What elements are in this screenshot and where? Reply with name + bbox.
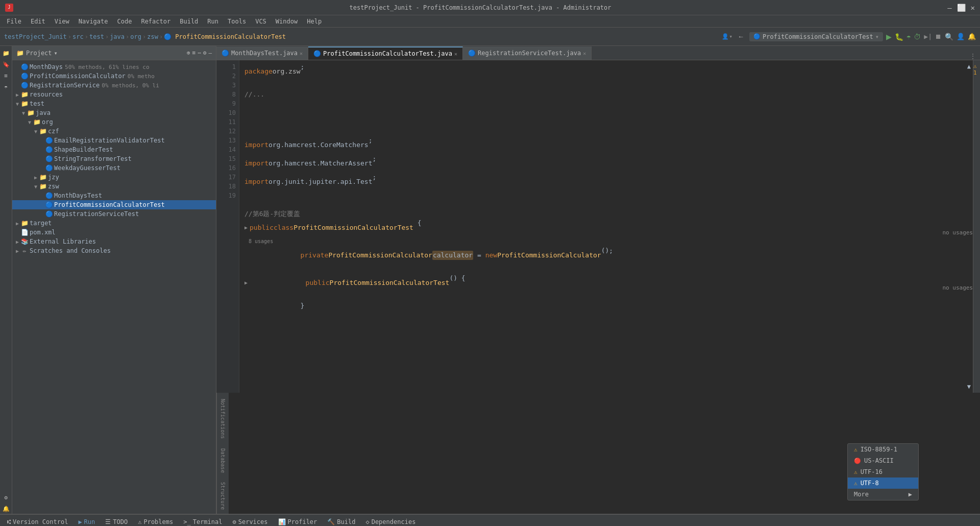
- enc-item-utf8[interactable]: ⚠ UTF-8: [848, 477, 918, 489]
- structure-tab[interactable]: Structure: [219, 478, 227, 514]
- project-options[interactable]: ⋯: [198, 50, 201, 56]
- tab-more-button[interactable]: ⋮: [966, 53, 980, 60]
- tab-profiler[interactable]: 📊 Profiler: [273, 517, 323, 527]
- tree-item-pom[interactable]: 📄 pom.xml: [12, 228, 216, 237]
- sidebar-structure-icon[interactable]: ≡: [1, 70, 11, 81]
- menu-navigate[interactable]: Navigate: [75, 17, 112, 26]
- tree-item-extlibs[interactable]: ▶ 📚 External Libraries: [12, 237, 216, 246]
- tree-item-regservice[interactable]: 🔵 RegistrationService 0% methods, 0% li: [12, 81, 216, 90]
- tree-item-emailval[interactable]: 🔵 EmailRegistrationValidatorTest: [12, 136, 216, 145]
- tab-close-icon[interactable]: ✕: [583, 51, 586, 56]
- breadcrumb-zsw[interactable]: zsw: [147, 33, 158, 40]
- back-button[interactable]: ←: [736, 32, 746, 41]
- tab-todo[interactable]: ☰ TODO: [100, 517, 133, 527]
- tree-item-profitcalc[interactable]: 🔵 ProfitCommissionCalculator 0% metho: [12, 71, 216, 81]
- maximize-button[interactable]: ⬜: [957, 4, 966, 12]
- project-expand-all[interactable]: ⊕: [187, 50, 190, 56]
- tab-version-control[interactable]: ⑆ Version Control: [2, 517, 73, 527]
- tab-close-icon[interactable]: ✕: [300, 51, 303, 56]
- run-button[interactable]: ▶: [886, 31, 892, 42]
- tree-item-zsw[interactable]: ▼ 📁 zsw: [12, 182, 216, 191]
- tree-item-jzy[interactable]: ▶ 📁 jzy: [12, 173, 216, 182]
- tab-run[interactable]: ▶ Run: [73, 517, 100, 527]
- enc-item-utf16[interactable]: ⚠ UTF-16: [848, 466, 918, 477]
- sidebar-project-icon[interactable]: 📁: [1, 48, 11, 58]
- tree-item-monthdays[interactable]: 🔵 MonthDays 50% methods, 61% lines co: [12, 62, 216, 71]
- scroll-down-arrow[interactable]: ▼: [967, 383, 971, 390]
- enc-item-iso[interactable]: ⚠ ISO-8859-1: [848, 444, 918, 455]
- close-button[interactable]: ✕: [971, 4, 975, 12]
- tree-item-regservicetest[interactable]: 🔵 RegistrationServiceTest: [12, 209, 216, 219]
- menu-view[interactable]: View: [51, 17, 74, 26]
- run-config[interactable]: 🔵 ProfitCommissionCalculatorTest ▾: [749, 32, 883, 41]
- notifications-tab[interactable]: Notifications: [219, 395, 227, 443]
- tree-item-monthdaystest[interactable]: 🔵 MonthDaysTest: [12, 191, 216, 200]
- breadcrumb-test[interactable]: test: [89, 33, 104, 40]
- tree-item-shapebuilder[interactable]: 🔵 ShapeBuilderTest: [12, 145, 216, 154]
- project-title-arrow[interactable]: ▾: [54, 50, 58, 57]
- more-run-button[interactable]: ▶|: [924, 33, 932, 40]
- scrollbar-gutter[interactable]: ⚠ 1 ▲ ▼: [973, 60, 980, 393]
- tree-item-java[interactable]: ▼ 📁 java: [12, 108, 216, 117]
- search-button[interactable]: 🔍: [945, 33, 953, 41]
- tree-item-weekday[interactable]: 🔵 WeekdayGuesserTest: [12, 163, 216, 173]
- folder-icon: 📁: [33, 118, 41, 126]
- tree-item-target[interactable]: ▶ 📁 target: [12, 219, 216, 228]
- tab-close-icon[interactable]: ✕: [454, 51, 457, 57]
- avatar-icon[interactable]: 👤▾: [722, 33, 732, 40]
- code-line-12: [244, 200, 973, 209]
- tree-item-scratches[interactable]: ▶ ✏ Scratches and Consoles: [12, 246, 216, 255]
- scroll-up-arrow[interactable]: ▲: [967, 63, 971, 70]
- database-tab[interactable]: Database: [219, 444, 227, 477]
- tab-dependencies[interactable]: ◇ Dependencies: [360, 517, 421, 527]
- tab-services[interactable]: ⚙ Services: [227, 517, 273, 527]
- tree-item-org[interactable]: ▼ 📁 org: [12, 117, 216, 127]
- sidebar-notify-icon[interactable]: 🔔: [1, 504, 11, 514]
- coverage-button[interactable]: ☂: [906, 33, 911, 41]
- user-icon[interactable]: 👤: [957, 33, 965, 40]
- menu-run[interactable]: Run: [203, 17, 223, 26]
- stop-button[interactable]: ⏹: [935, 33, 942, 40]
- code-editor[interactable]: package org.zsw; //... import org.hamcre…: [239, 60, 973, 393]
- minimize-button[interactable]: —: [947, 4, 951, 12]
- breadcrumb-java[interactable]: java: [110, 33, 125, 40]
- run-gutter-icon2[interactable]: ▶: [244, 278, 248, 288]
- menu-vcs[interactable]: VCS: [251, 17, 271, 26]
- project-settings[interactable]: ⚙: [203, 50, 207, 56]
- tab-monthdaystest[interactable]: 🔵 MonthDaysTest.java ✕: [216, 46, 308, 60]
- tab-build[interactable]: 🔨 Build: [322, 517, 360, 527]
- breadcrumb-project[interactable]: testProject_Junit: [4, 33, 67, 40]
- tab-profitcalctest[interactable]: 🔵 ProfitCommissionCalculatorTest.java ✕: [308, 46, 463, 60]
- debug-button[interactable]: 🐛: [895, 33, 903, 41]
- tree-item-resources[interactable]: ▶ 📁 resources: [12, 90, 216, 99]
- sidebar-coverage-icon[interactable]: ☂: [1, 82, 11, 92]
- menu-file[interactable]: File: [3, 17, 26, 26]
- tree-item-test[interactable]: ▼ 📁 test: [12, 99, 216, 108]
- tab-regservicetest[interactable]: 🔵 RegistrationServiceTest.java ✕: [463, 46, 592, 60]
- sidebar-bookmark-icon[interactable]: 🔖: [1, 59, 11, 69]
- menu-code[interactable]: Code: [113, 17, 136, 26]
- project-close[interactable]: —: [208, 50, 212, 56]
- tree-item-stringtrans[interactable]: 🔵 StringTransformerTest: [12, 154, 216, 163]
- enc-item-ascii[interactable]: 🔴 US-ASCII: [848, 455, 918, 466]
- breadcrumb-file[interactable]: 🔵 ProfitCommissionCalculatorTest: [164, 33, 286, 40]
- sidebar-todo-icon[interactable]: ⚙: [1, 492, 11, 503]
- project-collapse-all[interactable]: ≡: [192, 50, 196, 56]
- tree-item-profitcalctest[interactable]: 🔵 ProfitCommissionCalculatorTest: [12, 200, 216, 209]
- menu-help[interactable]: Help: [303, 17, 326, 26]
- tab-terminal[interactable]: >_ Terminal: [178, 517, 227, 527]
- menu-build[interactable]: Build: [176, 17, 202, 26]
- menu-refactor[interactable]: Refactor: [137, 17, 175, 26]
- menu-edit[interactable]: Edit: [27, 17, 50, 26]
- notification-icon[interactable]: 🔔: [968, 33, 976, 40]
- tab-problems[interactable]: ⚠ Problems: [133, 517, 178, 527]
- tree-item-label: MonthDays: [30, 63, 63, 70]
- enc-more-item[interactable]: More ▶: [848, 489, 918, 500]
- breadcrumb-src[interactable]: src: [72, 33, 84, 40]
- profile-button[interactable]: ⏱: [914, 33, 921, 41]
- menu-tools[interactable]: Tools: [224, 17, 250, 26]
- tree-item-czf[interactable]: ▼ 📁 czf: [12, 127, 216, 136]
- run-gutter-icon[interactable]: ▶: [244, 223, 248, 232]
- menu-window[interactable]: Window: [272, 17, 302, 26]
- breadcrumb-org[interactable]: org: [130, 33, 141, 40]
